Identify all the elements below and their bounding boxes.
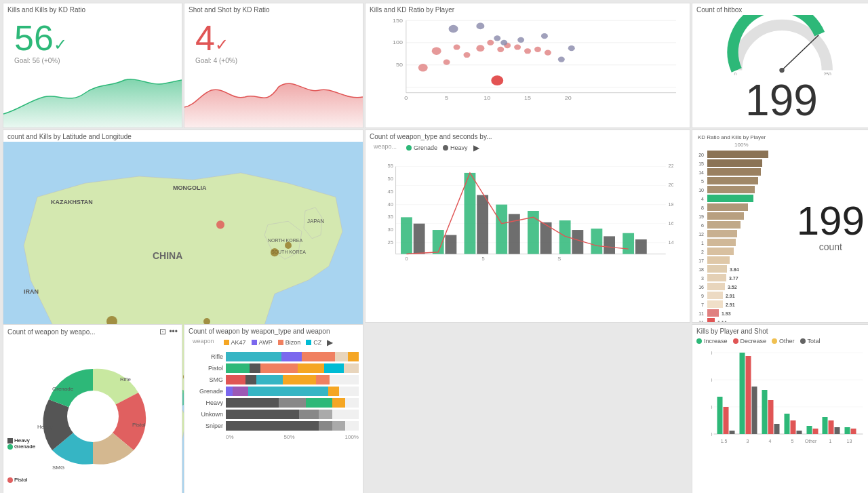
svg-rect-200: [851, 429, 856, 434]
kills-shot-title: Kills by Player and Shot: [692, 325, 868, 336]
legend-grenade: Grenade: [406, 143, 437, 153]
donut-expand-icon[interactable]: ⊡: [159, 327, 166, 336]
svg-text:12.63: 12.63: [765, 161, 777, 166]
svg-text:10: 10: [698, 188, 704, 193]
svg-rect-186: [746, 356, 751, 434]
svg-text:14.00: 14.00: [772, 153, 784, 157]
svg-point-61: [271, 248, 279, 256]
kd-player-title: KD Ratio and Kills by Player: [694, 132, 789, 142]
weapon-stacked-panel: Count of weapon by weapon_type and weapo…: [184, 324, 363, 493]
dashboard: Kills and Kills by KD Ratio 56✓ Goal: 56…: [0, 0, 868, 493]
svg-text:6.89: 6.89: [743, 223, 753, 228]
hitbox-value: 199: [745, 75, 818, 125]
bar-sniper: Sniper: [189, 421, 359, 431]
svg-rect-161: [707, 318, 715, 322]
svg-point-20: [476, 45, 484, 52]
kills-kd-title: Kills and Kills by KD Ratio: [3, 3, 182, 15]
kills-shot-panel: Kills by Player and Shot Increase Decrea…: [692, 324, 868, 493]
stacked-expand-icon[interactable]: ▶: [327, 338, 333, 347]
stacked-legend: weapon AK47 AWP Bizon CZ ▶: [184, 336, 363, 349]
legend-other: Other: [772, 338, 795, 344]
svg-text:7.75: 7.75: [747, 214, 756, 219]
svg-text:13: 13: [847, 439, 852, 443]
hitbox-panel: Count of hitbox 0 250 199: [692, 3, 868, 128]
svg-text:7: 7: [701, 302, 704, 307]
expand-icon[interactable]: ▶: [473, 143, 479, 153]
svg-text:IRAN: IRAN: [24, 288, 39, 295]
legend-total: Total: [800, 338, 821, 344]
svg-rect-187: [752, 387, 757, 434]
combo-chart: 55 50 45 40 35 30 25 22K 20K 18K 16K 14K: [382, 157, 673, 265]
legend-increase: Increase: [696, 338, 728, 344]
map-title: count and Kills by Latitude and Longitud…: [3, 130, 363, 142]
gauge-container: 0 250 199: [692, 15, 868, 125]
bar-smg: SMG: [189, 375, 359, 384]
svg-rect-152: [707, 292, 723, 299]
svg-rect-104: [707, 151, 768, 158]
weapon-seconds-legend: weapo... Grenade Heavy ▶: [366, 142, 690, 154]
svg-rect-122: [707, 203, 748, 211]
svg-text:Rifle: Rifle: [120, 376, 132, 382]
svg-point-36: [491, 75, 503, 85]
scatter-area: 150 100 50 0 5 10 15 20 Player: [366, 15, 690, 115]
svg-text:50: 50: [388, 176, 393, 182]
svg-text:15: 15: [524, 95, 531, 100]
svg-text:MONGOLIA: MONGOLIA: [173, 184, 207, 191]
svg-rect-110: [707, 168, 761, 176]
svg-text:20K: 20K: [669, 182, 673, 188]
svg-rect-113: [707, 177, 758, 184]
svg-rect-91: [591, 229, 602, 254]
grouped-svg: 300 200 100 0: [711, 346, 865, 451]
svg-rect-92: [623, 233, 634, 254]
svg-rect-188: [762, 390, 768, 434]
svg-text:3.77: 3.77: [729, 276, 738, 281]
svg-text:NORTH KOREA: NORTH KOREA: [268, 238, 302, 243]
svg-text:10.67: 10.67: [757, 188, 770, 193]
svg-point-167: [67, 391, 119, 442]
svg-rect-192: [791, 420, 796, 434]
svg-text:50: 50: [396, 62, 403, 68]
donut-legend: Heavy Grenade Pistol: [7, 437, 35, 483]
svg-text:5.92: 5.92: [738, 241, 748, 245]
svg-point-17: [443, 60, 450, 65]
svg-text:5: 5: [791, 439, 794, 443]
svg-text:18K: 18K: [669, 201, 673, 208]
svg-text:8.56: 8.56: [751, 205, 760, 210]
legend-heavy: Heavy: [443, 143, 468, 153]
svg-point-15: [418, 64, 428, 71]
svg-point-33: [541, 33, 548, 39]
svg-text:4: 4: [701, 197, 704, 201]
svg-rect-194: [807, 426, 812, 434]
gauge-svg: 0 250: [707, 15, 856, 75]
svg-text:45: 45: [388, 189, 393, 195]
shot-kd-title: Shot and Shot by KD Ratio: [184, 3, 363, 15]
svg-rect-93: [414, 224, 425, 254]
donut-menu-icon[interactable]: •••: [169, 327, 178, 336]
svg-rect-116: [707, 186, 755, 193]
svg-point-28: [449, 25, 458, 33]
svg-rect-125: [707, 212, 744, 220]
svg-text:6: 6: [701, 223, 704, 228]
svg-text:35: 35: [388, 214, 393, 220]
svg-point-22: [497, 47, 504, 52]
svg-text:3: 3: [701, 276, 704, 281]
svg-text:3.52: 3.52: [728, 285, 737, 290]
svg-rect-193: [797, 431, 802, 434]
svg-text:18: 18: [698, 267, 704, 272]
svg-text:14: 14: [698, 170, 704, 175]
scatter-svg: 150 100 50 0 5 10 15 20 Player: [386, 15, 683, 101]
svg-rect-197: [829, 420, 834, 434]
svg-text:1: 1: [829, 439, 832, 443]
svg-rect-199: [845, 427, 850, 434]
kd-bars-svg: 14.00 20 12.63 15 12.50 14 11.85 5 10.67…: [694, 149, 789, 322]
svg-rect-195: [813, 429, 818, 434]
svg-line-37: [782, 35, 818, 71]
svg-rect-85: [401, 217, 412, 254]
svg-point-21: [487, 40, 494, 45]
svg-text:5: 5: [701, 179, 704, 184]
svg-text:1: 1: [701, 241, 704, 245]
svg-text:150: 150: [393, 18, 403, 23]
svg-rect-196: [823, 417, 828, 434]
svg-rect-95: [477, 195, 488, 254]
bar-heavy: Heavy: [189, 398, 359, 408]
